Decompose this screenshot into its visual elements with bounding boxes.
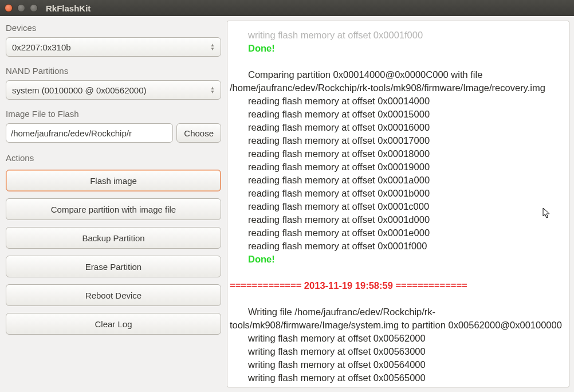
log-line: reading flash memory at offset 0x0001800… bbox=[230, 147, 567, 160]
erase-button[interactable]: Erase Partition bbox=[6, 256, 221, 277]
window-title: RkFlashKit bbox=[46, 3, 91, 13]
log-line: reading flash memory at offset 0x0001f00… bbox=[230, 240, 567, 253]
log-line: reading flash memory at offset 0x0001600… bbox=[230, 121, 567, 134]
log-line: writing flash memory at offset 0x0056300… bbox=[230, 345, 567, 358]
minimize-icon[interactable] bbox=[17, 4, 25, 12]
log-line: reading flash memory at offset 0x0001700… bbox=[230, 134, 567, 147]
log-line: reading flash memory at offset 0x0001b00… bbox=[230, 187, 567, 200]
log-line: reading flash memory at offset 0x0001a00… bbox=[230, 174, 567, 187]
compare-button[interactable]: Compare partition with image file bbox=[6, 198, 221, 220]
log-line: writing flash memory at offset 0x0056200… bbox=[230, 332, 567, 345]
log-blank bbox=[230, 266, 567, 279]
devices-selected: 0x2207:0x310b bbox=[12, 42, 71, 52]
clear-log-button[interactable]: Clear Log bbox=[6, 313, 221, 335]
actions-label: Actions bbox=[5, 151, 222, 165]
partitions-combo[interactable]: system (00100000 @ 0x00562000) ▲▼ bbox=[6, 80, 221, 100]
log-line: reading flash memory at offset 0x0001500… bbox=[230, 108, 567, 121]
log-lines: writing flash memory at offset 0x0001f00… bbox=[230, 29, 567, 385]
image-file-row: /home/jaufranc/edev/Rockchip/r Choose bbox=[6, 123, 221, 143]
combo-spin-icon: ▲▼ bbox=[210, 87, 215, 94]
flash-image-button[interactable]: Flash image bbox=[6, 170, 221, 191]
log-done: Done! bbox=[230, 42, 567, 55]
log-write-head: Writing file /home/jaufranc/edev/Rockchi… bbox=[230, 305, 567, 332]
log-blank bbox=[230, 292, 567, 305]
titlebar: RkFlashKit bbox=[0, 0, 574, 16]
content: Devices 0x2207:0x310b ▲▼ NAND Partitions… bbox=[0, 16, 574, 392]
backup-button[interactable]: Backup Partition bbox=[6, 227, 221, 249]
log-line: writing flash memory at offset 0x0056500… bbox=[230, 371, 567, 385]
close-icon[interactable] bbox=[5, 4, 13, 12]
log-done: Done! bbox=[230, 253, 567, 266]
combo-spin-icon: ▲▼ bbox=[210, 44, 215, 51]
log-view[interactable]: writing flash memory at offset 0x0001f00… bbox=[227, 21, 569, 387]
image-file-value: /home/jaufranc/edev/Rockchip/r bbox=[11, 128, 132, 138]
reboot-button[interactable]: Reboot Device bbox=[6, 284, 221, 306]
log-line: reading flash memory at offset 0x0001400… bbox=[230, 95, 567, 108]
log-line: reading flash memory at offset 0x0001c00… bbox=[230, 200, 567, 213]
left-panel: Devices 0x2207:0x310b ▲▼ NAND Partitions… bbox=[5, 21, 222, 387]
right-panel: writing flash memory at offset 0x0001f00… bbox=[227, 21, 569, 387]
log-line: writing flash memory at offset 0x0001f00… bbox=[230, 29, 567, 42]
log-line: reading flash memory at offset 0x0001e00… bbox=[230, 226, 567, 240]
maximize-icon[interactable] bbox=[30, 4, 38, 12]
choose-button[interactable]: Choose bbox=[176, 123, 221, 143]
image-file-label: Image File to Flash bbox=[5, 107, 222, 121]
nand-label: NAND Partitions bbox=[5, 64, 222, 78]
image-file-input[interactable]: /home/jaufranc/edev/Rockchip/r bbox=[6, 123, 173, 143]
devices-combo[interactable]: 0x2207:0x310b ▲▼ bbox=[6, 37, 221, 57]
log-compare-head: Comparing partition 0x00014000@0x0000C00… bbox=[230, 68, 567, 95]
log-blank bbox=[230, 55, 567, 68]
log-line: reading flash memory at offset 0x0001d00… bbox=[230, 213, 567, 226]
log-line: writing flash memory at offset 0x0056400… bbox=[230, 358, 567, 371]
log-divider: ============= 2013-11-19 19:58:59 ======… bbox=[230, 279, 567, 292]
log-line: reading flash memory at offset 0x0001900… bbox=[230, 160, 567, 174]
partitions-selected: system (00100000 @ 0x00562000) bbox=[12, 85, 147, 95]
devices-label: Devices bbox=[5, 21, 222, 35]
